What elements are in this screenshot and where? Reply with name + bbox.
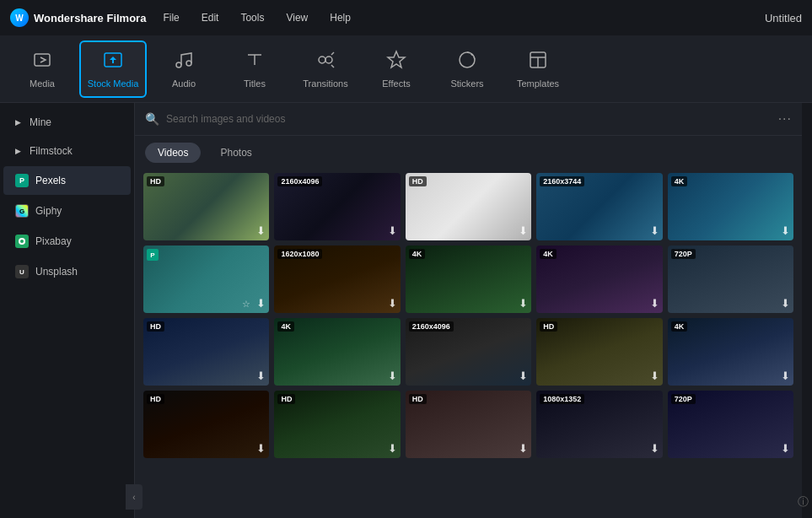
media-thumb[interactable]: 4K ⬇: [536, 246, 662, 313]
svg-point-7: [325, 57, 332, 63]
tab-photos[interactable]: Photos: [207, 143, 264, 163]
download-icon[interactable]: ⬇: [781, 442, 790, 455]
audio-icon: [174, 50, 194, 75]
pixabay-badge: [15, 235, 29, 248]
toolbar-templates[interactable]: Templates: [504, 40, 572, 98]
download-icon[interactable]: ⬇: [256, 224, 266, 237]
menu-edit[interactable]: Edit: [198, 10, 223, 25]
media-thumb[interactable]: 2160x4096 ⬇: [406, 318, 531, 386]
toolbar-audio[interactable]: Audio: [150, 40, 218, 98]
resolution-badge: HD: [147, 394, 164, 404]
svg-point-3: [186, 61, 191, 66]
toolbar-effects[interactable]: Effects: [363, 40, 430, 98]
svg-point-2: [176, 62, 181, 67]
tab-bar: Videos Photos: [135, 136, 802, 170]
sidebar-item-pixabay[interactable]: Pixabay: [3, 227, 131, 256]
pexels-badge: P: [147, 249, 159, 261]
download-icon[interactable]: ⬇: [519, 442, 528, 455]
info-icon[interactable]: ⓘ: [798, 494, 809, 510]
sidebar-item-unsplash[interactable]: U Unsplash: [3, 257, 131, 286]
search-input[interactable]: [166, 113, 772, 125]
media-thumb[interactable]: HD ⬇: [143, 173, 269, 240]
download-icon[interactable]: ⬇: [781, 370, 790, 382]
media-thumb[interactable]: 4K ⬇: [406, 246, 531, 313]
media-thumb[interactable]: 4K ⬇: [274, 318, 400, 386]
media-thumb[interactable]: HD ⬇: [143, 318, 269, 386]
media-thumb[interactable]: HD ⬇: [143, 391, 269, 458]
media-thumb[interactable]: 720P ⬇: [668, 391, 793, 458]
tab-videos[interactable]: Videos: [145, 143, 201, 163]
stickers-icon: [457, 50, 477, 75]
sidebar-collapse-button[interactable]: ‹: [126, 484, 143, 510]
toolbar-templates-label: Templates: [517, 78, 559, 89]
media-thumb[interactable]: 4K ⬇: [668, 318, 793, 386]
templates-icon: [528, 50, 548, 75]
svg-marker-10: [388, 51, 405, 67]
download-icon[interactable]: ⬇: [388, 442, 397, 455]
media-thumb[interactable]: 1620x1080 ⬇: [274, 246, 400, 313]
toolbar: Media Stock Media Audio Titles: [0, 35, 812, 103]
download-icon[interactable]: ⬇: [519, 370, 528, 382]
toolbar-titles[interactable]: Titles: [221, 40, 288, 98]
download-icon[interactable]: ⬇: [650, 297, 659, 310]
pexels-badge: P: [15, 174, 29, 187]
download-icon[interactable]: ⬇: [650, 370, 659, 382]
download-icon[interactable]: ⬇: [650, 442, 659, 455]
resolution-badge: 4K: [409, 249, 426, 259]
menu-view[interactable]: View: [282, 10, 311, 25]
menu-tools[interactable]: Tools: [237, 10, 267, 25]
download-icon[interactable]: ⬇: [388, 370, 397, 382]
resolution-badge: HD: [409, 394, 427, 404]
download-icon[interactable]: ⬇: [781, 297, 790, 310]
resolution-badge: 4K: [671, 176, 688, 186]
download-icon[interactable]: ⬇: [256, 442, 266, 455]
media-thumb[interactable]: HD ⬇: [536, 318, 662, 386]
download-icon[interactable]: ⬇: [519, 297, 528, 310]
sidebar-item-giphy[interactable]: G Giphy: [3, 197, 131, 225]
media-thumb[interactable]: 2160x4096 ⬇: [274, 173, 400, 240]
resolution-badge: HD: [147, 321, 164, 332]
menu-help[interactable]: Help: [326, 10, 354, 25]
sidebar-filmstock-label: Filmstock: [30, 145, 73, 157]
download-icon[interactable]: ⬇: [781, 224, 790, 237]
chevron-right-icon: ▶: [15, 147, 21, 155]
media-thumb[interactable]: 720P ⬇: [668, 246, 793, 313]
toolbar-stickers[interactable]: Stickers: [433, 40, 501, 98]
project-title: Untitled: [765, 12, 802, 24]
toolbar-media[interactable]: Media: [8, 40, 76, 98]
media-thumb[interactable]: P ☆ ⬇: [143, 246, 269, 313]
effects-icon: [386, 50, 406, 75]
sidebar-item-mine[interactable]: ▶ Mine: [3, 109, 131, 136]
more-options-button[interactable]: ···: [778, 111, 792, 127]
media-thumb[interactable]: 1080x1352 ⬇: [536, 391, 662, 458]
grid-row: HD ⬇ 4K ⬇ 2160x4096 ⬇ HD ⬇ 4K ⬇: [143, 318, 793, 386]
menu-file[interactable]: File: [159, 10, 182, 25]
toolbar-transitions[interactable]: Transitions: [292, 40, 359, 98]
sidebar-item-filmstock[interactable]: ▶ Filmstock: [3, 138, 131, 165]
download-icon[interactable]: ⬇: [388, 297, 397, 310]
toolbar-stickers-label: Stickers: [450, 78, 483, 89]
media-thumb[interactable]: HD ⬇: [406, 173, 531, 240]
toolbar-stock-media[interactable]: Stock Media: [79, 40, 147, 98]
svg-line-9: [331, 65, 334, 67]
media-grid: HD ⬇ 2160x4096 ⬇ HD ⬇ 2160x3744 ⬇ 4K ⬇: [135, 170, 802, 518]
sidebar-item-pexels[interactable]: P Pexels: [3, 166, 131, 195]
download-icon[interactable]: ⬇: [256, 370, 266, 382]
search-icon: 🔍: [145, 112, 159, 126]
download-icon[interactable]: ⬇: [650, 224, 659, 237]
toolbar-media-label: Media: [30, 78, 55, 89]
svg-point-16: [20, 240, 24, 243]
sidebar-giphy-label: Giphy: [35, 205, 62, 217]
download-icon[interactable]: ⬇: [519, 224, 528, 237]
resolution-badge: 2160x4096: [277, 176, 322, 186]
media-thumb[interactable]: HD ⬇: [406, 391, 531, 458]
star-icon[interactable]: ☆: [242, 299, 250, 310]
media-thumb[interactable]: 4K ⬇: [668, 173, 793, 240]
download-icon[interactable]: ⬇: [256, 297, 266, 310]
media-thumb[interactable]: HD ⬇: [274, 391, 400, 458]
media-thumb[interactable]: 2160x3744 ⬇: [536, 173, 662, 240]
svg-rect-0: [35, 54, 50, 66]
grid-row: HD ⬇ 2160x4096 ⬇ HD ⬇ 2160x3744 ⬇ 4K ⬇: [143, 173, 793, 240]
toolbar-transitions-label: Transitions: [303, 78, 347, 89]
download-icon[interactable]: ⬇: [388, 224, 397, 237]
